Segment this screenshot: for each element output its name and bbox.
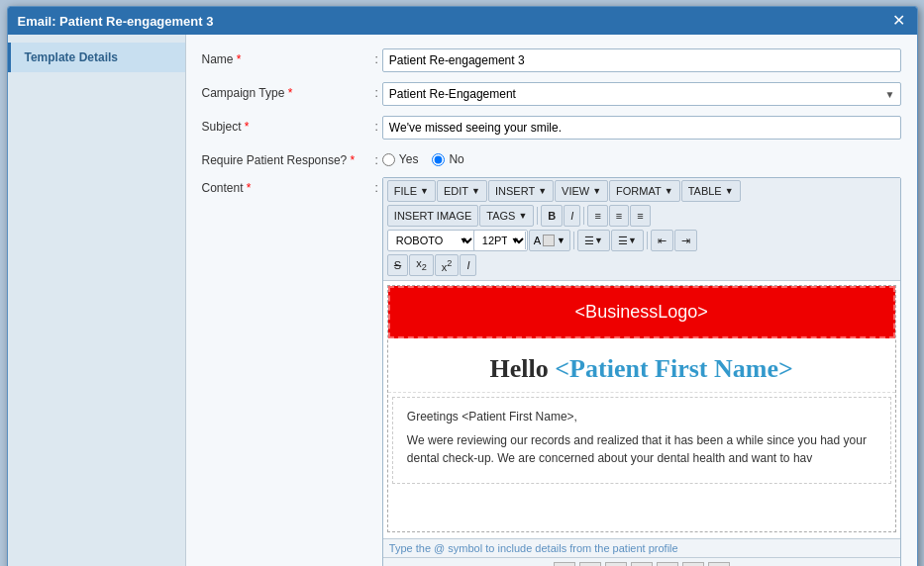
bottom-icon-1[interactable]: ⊞ <box>554 562 575 566</box>
file-arrow-icon: ▼ <box>420 186 429 196</box>
modal-title: Email: Patient Re-engagement 3 <box>18 14 214 29</box>
separator1 <box>537 207 538 225</box>
editor-canvas: <BusinessLogo> Hello <Patient First Name… <box>387 285 896 532</box>
italic3-button[interactable]: I <box>460 254 476 276</box>
campaign-type-row: Campaign Type * : Patient Re-Engagement … <box>202 82 901 106</box>
toolbar-row3: ROBOTO ▼ 12PT ▼ A <box>387 230 896 251</box>
strikethrough-button[interactable]: S <box>387 254 408 276</box>
bottom-icon-5[interactable]: ⊞ <box>657 562 678 566</box>
table-button[interactable]: TABLE ▼ <box>681 180 741 202</box>
email-body-block: Greetings <Patient First Name>, We were … <box>392 397 891 484</box>
bottom-icon-4[interactable]: ⊞ <box>631 562 653 566</box>
campaign-type-select-wrap: Patient Re-Engagement ▼ <box>382 82 901 106</box>
email-logo-block: <BusinessLogo> <box>388 286 895 338</box>
subject-row: Subject * : <box>202 116 901 140</box>
indent-button[interactable]: ⇥ <box>674 230 697 251</box>
business-logo-placeholder: <BusinessLogo> <box>575 302 708 322</box>
modal-body: Template Details Name * : Campaign Type … <box>8 35 917 566</box>
toolbar-row4: S x2 x2 I <box>387 254 477 276</box>
content-row: Content * : FILE ▼ EDI <box>202 177 901 566</box>
toolbar-row2: INSERT IMAGE TAGS ▼ B <box>387 205 896 227</box>
name-input[interactable] <box>382 48 901 72</box>
campaign-type-label: Campaign Type * <box>202 82 375 100</box>
name-row: Name * : <box>202 48 901 72</box>
main-content: Name * : Campaign Type * : Patient Re-En… <box>186 35 917 566</box>
subject-input[interactable] <box>382 116 901 140</box>
require-response-label: Require Patient Response? * <box>202 149 375 167</box>
insert-image-button[interactable]: INSERT IMAGE <box>387 205 478 227</box>
modal-header: Email: Patient Re-engagement 3 ✕ <box>8 7 917 35</box>
campaign-type-select[interactable]: Patient Re-Engagement <box>382 82 901 106</box>
radio-yes-label[interactable]: Yes <box>382 152 419 166</box>
separator4 <box>573 232 574 249</box>
align-left-button[interactable]: ≡ <box>587 205 607 227</box>
tags-button[interactable]: TAGS ▼ <box>479 205 534 227</box>
separator5 <box>647 232 648 249</box>
sidebar-item-label: Template Details <box>25 50 118 64</box>
table-arrow-icon: ▼ <box>725 186 734 196</box>
sidebar-item-template-details[interactable]: Template Details <box>8 43 185 72</box>
insert-arrow-icon: ▼ <box>538 186 547 196</box>
tags-arrow-icon: ▼ <box>518 211 527 221</box>
bottom-icon-3[interactable]: ⊞ <box>605 562 627 566</box>
body-text: We were reviewing our records and realiz… <box>407 431 876 467</box>
name-label: Name * <box>202 48 375 66</box>
editor-status-bar: Type the @ symbol to include details fro… <box>383 538 900 557</box>
list-unordered-button[interactable]: ☰ ▼ <box>577 230 610 251</box>
editor-area[interactable]: <BusinessLogo> Hello <Patient First Name… <box>383 281 900 538</box>
subject-label: Subject * <box>202 116 375 134</box>
close-button[interactable]: ✕ <box>890 13 907 29</box>
insert-button[interactable]: INSERT ▼ <box>488 180 554 202</box>
font-color-button[interactable]: A ▼ <box>529 230 570 251</box>
align-center-button[interactable]: ≡ <box>609 205 629 227</box>
view-arrow-icon: ▼ <box>592 186 601 196</box>
content-label: Content * <box>202 177 375 195</box>
outdent-button[interactable]: ⇤ <box>651 230 673 251</box>
radio-no-label[interactable]: No <box>432 152 463 166</box>
bottom-icon-6[interactable]: ⊞ <box>682 562 704 566</box>
file-button[interactable]: FILE ▼ <box>387 180 436 202</box>
separator3 <box>525 232 526 249</box>
name-required: * <box>234 52 242 66</box>
edit-button[interactable]: EDIT ▼ <box>437 180 487 202</box>
subscript-button[interactable]: x2 <box>409 254 434 276</box>
bottom-icon-7[interactable]: ⊠ <box>708 562 730 566</box>
font-family-select[interactable]: ROBOTO <box>387 230 476 251</box>
sidebar: Template Details <box>8 35 186 566</box>
view-button[interactable]: VIEW ▼ <box>555 180 608 202</box>
modal: Email: Patient Re-engagement 3 ✕ Templat… <box>7 6 918 566</box>
modal-overlay: Email: Patient Re-engagement 3 ✕ Templat… <box>7 6 918 560</box>
status-text: Type the @ symbol to include details fro… <box>389 542 678 554</box>
format-arrow-icon: ▼ <box>665 186 673 196</box>
radio-no[interactable] <box>432 153 445 166</box>
format-button[interactable]: FORMAT ▼ <box>609 180 680 202</box>
radio-group: Yes No <box>382 149 464 166</box>
bold-button[interactable]: B <box>541 205 563 227</box>
patient-first-name-tag: <Patient First Name> <box>555 354 792 383</box>
align-right-button[interactable]: ≡ <box>630 205 650 227</box>
font-color-arrow: ▼ <box>557 236 565 245</box>
greeting-text: Greetings <Patient First Name>, <box>407 408 876 425</box>
require-response-row: Require Patient Response? * : Yes No <box>202 149 901 167</box>
toolbar-main-row: FILE ▼ EDIT ▼ INSERT ▼ <box>387 180 896 202</box>
radio-yes[interactable] <box>382 153 395 166</box>
bottom-icons-row: ⊞ ⊠ ⊞ ⊞ ⊞ ⊞ ⊠ <box>383 557 900 566</box>
superscript-button[interactable]: x2 <box>435 254 460 276</box>
email-hello-block: Hello <Patient First Name> <box>388 338 895 393</box>
italic-button[interactable]: I <box>564 205 580 227</box>
edit-arrow-icon: ▼ <box>471 186 480 196</box>
font-size-select[interactable]: 12PT <box>473 230 528 251</box>
toolbar-row1: FILE ▼ EDIT ▼ INSERT ▼ <box>383 178 900 281</box>
content-editor: FILE ▼ EDIT ▼ INSERT ▼ <box>382 177 901 566</box>
bottom-icon-2[interactable]: ⊠ <box>579 562 601 566</box>
separator2 <box>583 207 584 225</box>
list-ordered-button[interactable]: ☰ ▼ <box>611 230 644 251</box>
font-color-swatch <box>543 235 555 246</box>
